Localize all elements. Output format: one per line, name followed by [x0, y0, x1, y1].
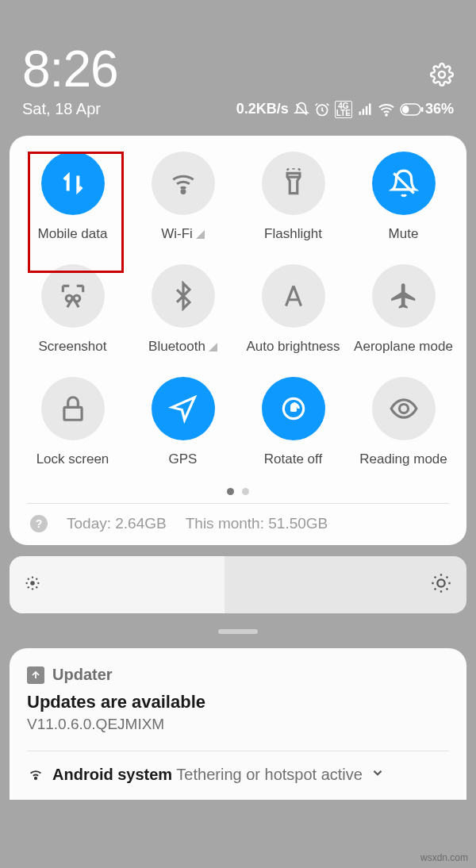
svg-point-17	[399, 404, 408, 413]
svg-line-31	[447, 589, 448, 590]
aeroplane-mode-icon[interactable]	[372, 264, 436, 328]
svg-point-36	[35, 778, 36, 779]
svg-rect-4	[402, 106, 409, 113]
quick-settings-panel: Mobile dataWi-FiFlashlightMuteScreenshot…	[10, 136, 466, 545]
toggle-label: Reading mode	[359, 451, 447, 467]
brightness-high-icon	[430, 572, 452, 597]
notification-card[interactable]: Updater Updates are available V11.0.6.0.…	[10, 648, 466, 800]
settings-gear-icon[interactable]	[430, 40, 454, 98]
toggle-gps[interactable]: GPS	[128, 377, 238, 467]
svg-point-23	[28, 578, 29, 580]
date-label: Sat, 18 Apr	[22, 100, 101, 118]
notification-title: Updates are available	[27, 692, 449, 712]
svg-line-35	[447, 577, 448, 578]
notification-secondary-row[interactable]: Android system Tethering or hotspot acti…	[27, 764, 449, 785]
help-icon: ?	[30, 515, 48, 532]
toggle-label: Mobile data	[38, 226, 108, 242]
toggle-label: Flashlight	[264, 226, 322, 242]
svg-point-18	[30, 581, 35, 586]
svg-rect-14	[63, 407, 81, 420]
toggle-mobile-data[interactable]: Mobile data	[17, 152, 128, 242]
svg-line-9	[287, 168, 289, 170]
battery-pct: 36%	[425, 101, 454, 117]
svg-rect-16	[290, 405, 297, 412]
flashlight-icon[interactable]	[262, 152, 325, 215]
toggle-label: Lock screen	[36, 451, 109, 467]
brightness-slider[interactable]	[10, 556, 466, 613]
wifi-icon[interactable]	[152, 152, 215, 215]
toggle-label: GPS	[169, 451, 198, 467]
updater-icon	[27, 666, 44, 684]
drag-handle[interactable]	[218, 629, 258, 634]
toggle-reading-mode[interactable]: Reading mode	[348, 377, 459, 467]
svg-point-26	[36, 586, 37, 588]
gps-icon[interactable]	[152, 377, 215, 440]
svg-point-20	[32, 588, 33, 590]
status-bar: 0.2KB/s 4G LTE 36%	[236, 100, 454, 117]
svg-point-21	[25, 582, 27, 584]
toggle-auto-brightness[interactable]: Auto brightness	[238, 264, 348, 355]
mobile-data-icon[interactable]	[41, 152, 105, 215]
lte-badge: 4G LTE	[335, 101, 352, 118]
svg-line-10	[298, 168, 300, 170]
clock-time: 8:26	[22, 40, 118, 98]
reading-mode-icon[interactable]	[372, 377, 436, 440]
toggle-label: Aeroplane mode	[354, 339, 453, 355]
notification-second-app: Android system	[52, 766, 172, 783]
svg-point-2	[386, 114, 387, 116]
auto-brightness-icon[interactable]	[262, 264, 325, 328]
svg-point-6	[182, 190, 185, 194]
brightness-fill	[10, 556, 225, 613]
page-dot-1[interactable]	[227, 488, 234, 495]
toggle-screenshot[interactable]: Screenshot	[17, 264, 128, 355]
usage-today: Today: 2.64GB	[67, 515, 167, 532]
svg-rect-5	[421, 107, 424, 112]
page-indicator[interactable]	[17, 488, 459, 495]
svg-point-24	[36, 578, 37, 580]
toggle-label: Screenshot	[39, 339, 107, 355]
mute-icon[interactable]	[372, 152, 436, 215]
svg-point-25	[28, 586, 29, 588]
notification-app-name: Updater	[52, 666, 113, 684]
svg-point-27	[437, 579, 444, 586]
svg-point-19	[32, 576, 33, 578]
network-speed: 0.2KB/s	[236, 101, 289, 117]
toggle-label: Mute	[389, 226, 419, 242]
watermark: wsxdn.com	[420, 852, 468, 863]
wifi-icon	[378, 100, 395, 117]
toggle-label: Auto brightness	[246, 339, 340, 355]
bluetooth-icon[interactable]	[152, 264, 215, 328]
battery-indicator: 36%	[400, 101, 454, 117]
svg-line-34	[435, 589, 436, 590]
expand-triangle-icon	[196, 230, 205, 239]
hotspot-icon	[27, 764, 44, 785]
toggle-mute[interactable]: Mute	[348, 152, 459, 242]
signal-icon	[357, 101, 373, 117]
toggle-label: Rotate off	[264, 451, 322, 467]
expand-triangle-icon	[209, 343, 217, 351]
svg-point-22	[37, 582, 39, 584]
rotate-off-icon[interactable]	[262, 377, 325, 440]
notification-second-text: Tethering or hotspot active	[176, 766, 363, 783]
screenshot-icon[interactable]	[41, 264, 105, 328]
page-dot-2[interactable]	[242, 488, 249, 495]
divider	[27, 751, 449, 751]
toggle-lock-screen[interactable]: Lock screen	[17, 377, 128, 467]
alarm-icon	[314, 101, 330, 117]
chevron-down-icon[interactable]	[370, 766, 385, 784]
notification-shade-header: 8:26 Sat, 18 Apr 0.2KB/s 4G LTE	[0, 0, 476, 126]
notification-subtitle: V11.0.6.0.QEJMIXM	[27, 716, 449, 733]
toggle-label: Wi-Fi	[161, 226, 193, 242]
toggle-aeroplane-mode[interactable]: Aeroplane mode	[348, 264, 459, 355]
data-usage-row[interactable]: ? Today: 2.64GB This month: 51.50GB	[27, 503, 449, 532]
dnd-off-icon	[294, 101, 309, 117]
brightness-low-icon	[24, 574, 41, 595]
lock-screen-icon[interactable]	[41, 377, 105, 440]
toggle-flashlight[interactable]: Flashlight	[238, 152, 348, 242]
toggle-wifi[interactable]: Wi-Fi	[128, 152, 238, 242]
toggle-rotate-off[interactable]: Rotate off	[238, 377, 348, 467]
toggle-bluetooth[interactable]: Bluetooth	[128, 264, 238, 355]
notification-app-row: Updater	[27, 666, 449, 684]
svg-line-30	[435, 577, 436, 578]
svg-point-0	[439, 71, 445, 78]
